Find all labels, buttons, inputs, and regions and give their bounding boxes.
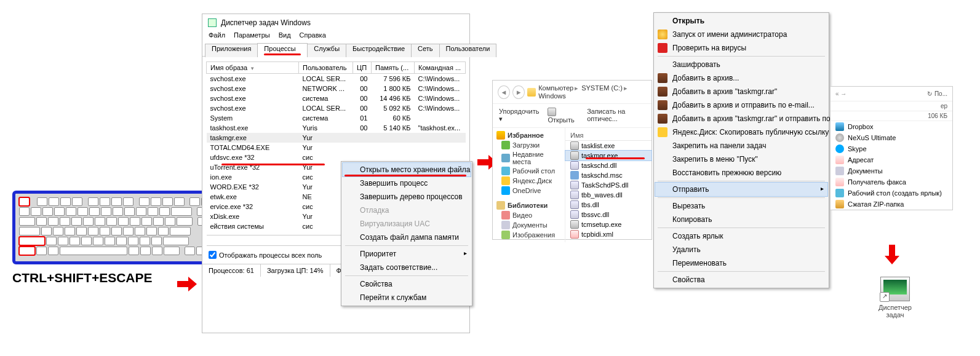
file-item[interactable]: TaskSchdPS.dll (565, 180, 651, 190)
explorer-toolbar[interactable]: Упорядочить ▾ Открыть Записать на оптиче… (493, 104, 651, 128)
file-item[interactable]: taskschd.dll (565, 160, 651, 170)
tab-processes[interactable]: Процессы (257, 43, 308, 57)
col-cpu[interactable]: ЦП (353, 62, 372, 74)
tab-network[interactable]: Сеть (411, 44, 439, 57)
nav-back-icon[interactable]: ◄ (498, 85, 510, 99)
ctx-item[interactable]: Добавить в архив и отправить по e-mail..… (655, 98, 827, 112)
toolbar-open[interactable]: Открыть (548, 108, 578, 124)
ctx-item[interactable]: Проверить на вирусы (655, 41, 827, 55)
file-item[interactable]: taskschd.msc (565, 170, 651, 180)
sidebar-item[interactable]: Недавние места (495, 150, 562, 166)
ctx-item[interactable]: Зашифровать (655, 58, 827, 71)
ctx-item[interactable]: Запуск от имени администратора (655, 28, 827, 41)
file-item[interactable]: tasklist.exe (565, 141, 651, 151)
process-row[interactable]: svchost.exeLOCAL SER...005 092 КБC:\Wind… (207, 103, 466, 113)
menu-view[interactable]: Вид (279, 31, 291, 39)
sidebar-item[interactable]: OneDrive (495, 186, 562, 196)
sidebar-item[interactable]: Рабочий стол (495, 166, 562, 176)
nav-fwd-icon[interactable]: ► (512, 85, 525, 99)
process-row[interactable]: taskhost.exeYuris005 140 КБ"taskhost.ex.… (207, 123, 466, 133)
taskmgr-menubar[interactable]: Файл Параметры Вид Справка (202, 29, 469, 42)
sendto-item[interactable]: Адресат (831, 154, 952, 165)
column-name[interactable]: Имя (565, 130, 651, 141)
target-icon (835, 200, 844, 208)
ctx-item[interactable]: Закрепить на панели задач (655, 139, 827, 152)
taskmgr-tabs[interactable]: Приложения Процессы Службы Быстродействи… (202, 42, 469, 57)
menu-options[interactable]: Параметры (234, 31, 270, 39)
show-all-users-input[interactable] (209, 251, 217, 259)
sendto-item[interactable]: Рабочий стол (создать ярлык) (831, 188, 952, 199)
ctx-item[interactable]: Отправить (655, 183, 827, 196)
tab-services[interactable]: Службы (307, 44, 346, 57)
explorer-filelist[interactable]: Имя tasklist.exetaskmgr.exetaskschd.dllt… (565, 128, 651, 242)
ctx-item[interactable]: Закрепить в меню "Пуск" (655, 152, 827, 166)
ctx-item[interactable]: Добавить в архив "taskmgr.rar" (655, 85, 827, 98)
process-row[interactable]: taskmgr.exeYur (207, 133, 466, 143)
file-item[interactable]: tcmsetup.exe (565, 220, 651, 229)
ctx-item[interactable]: Завершить дерево процессов (343, 190, 471, 204)
ctx-item[interactable]: Удалить (655, 243, 827, 256)
folder-icon (501, 231, 510, 239)
ctx-item[interactable]: Перейти к службам (343, 291, 471, 304)
toolbar-burn[interactable]: Записать на оптичес... (587, 108, 645, 124)
tab-performance[interactable]: Быстродействие (346, 44, 412, 57)
explorer-sidebar[interactable]: Избранное ЗагрузкиНедавние местаРабочий … (493, 128, 565, 242)
sidebar-item[interactable]: Изображения (495, 230, 562, 240)
process-row[interactable]: Systemсистема0160 КБ (207, 113, 466, 123)
sendto-item[interactable]: Dropbox (831, 121, 952, 132)
taskmgr-context-menu[interactable]: Открыть место хранения файлаЗавершить пр… (341, 161, 472, 306)
nav-arrows-icon[interactable]: « → (835, 90, 847, 97)
tab-apps[interactable]: Приложения (205, 44, 258, 57)
ctx-item[interactable]: Добавить в архив... (655, 71, 827, 85)
ctx-item[interactable]: Задать соответствие... (343, 261, 471, 274)
ctx-item[interactable]: Яндекс.Диск: Скопировать публичную ссылк… (655, 125, 827, 139)
sidebar-item[interactable]: Загрузки (495, 140, 562, 150)
ctx-item[interactable]: Добавить в архив "taskmgr.rar" и отправи… (655, 112, 827, 125)
ctx-item[interactable]: Вырезать (655, 199, 827, 213)
refresh-icon[interactable]: ↻ (927, 90, 932, 97)
target-icon (835, 122, 844, 131)
ctx-item[interactable]: Свойства (343, 277, 471, 291)
desktop-shortcut[interactable]: Диспетчер задач (867, 277, 923, 318)
process-row[interactable]: svchost.exeLOCAL SER...007 596 КБC:\Wind… (207, 74, 466, 84)
file-item[interactable]: tcpbidi.xml (565, 229, 651, 239)
col-cmdline[interactable]: Командная ... (415, 62, 466, 74)
ctx-item[interactable]: Открыть (655, 14, 827, 28)
menu-file[interactable]: Файл (209, 31, 225, 39)
col-memory[interactable]: Память (... (372, 62, 415, 74)
sendto-panel[interactable]: « → ↻ По... ер 106 КБ DropboxNeXuS Ultim… (830, 86, 953, 210)
sendto-item[interactable]: Документы (831, 165, 952, 176)
explorer-navbar[interactable]: ◄ ► Компьютер▸ SYSTEM (C:)▸ Windows (493, 81, 651, 104)
ctx-item[interactable]: Восстановить прежнюю версию (655, 166, 827, 180)
tab-users[interactable]: Пользователи (439, 44, 497, 57)
process-row[interactable]: svchost.exeсистема0014 496 КБC:\Windows.… (207, 93, 466, 103)
sidebar-item[interactable]: Видео (495, 210, 562, 220)
ctx-item[interactable]: Завершить процесс (343, 176, 471, 190)
folder-icon (527, 88, 536, 97)
ctx-item[interactable]: Копировать (655, 213, 827, 226)
ctx-item[interactable]: Создать файл дампа памяти (343, 231, 471, 244)
sendto-item[interactable]: Skype (831, 143, 952, 154)
col-image[interactable]: Имя образа (207, 62, 299, 74)
file-item[interactable]: tbs.dll (565, 200, 651, 210)
sidebar-item[interactable]: Яндекс.Диск (495, 176, 562, 186)
process-row[interactable]: TOTALCMD64.EXEYur (207, 143, 466, 152)
breadcrumb[interactable]: Компьютер▸ SYSTEM (C:)▸ Windows (538, 84, 647, 100)
toolbar-organize[interactable]: Упорядочить ▾ (499, 108, 539, 124)
ctx-item[interactable]: Свойства (655, 273, 827, 287)
sendto-item[interactable]: Получатель факса (831, 176, 952, 188)
ctx-item[interactable]: Переименовать (655, 256, 827, 270)
file-item[interactable]: tbb_waves.dll (565, 190, 651, 200)
file-icon (570, 220, 579, 229)
sendto-item[interactable]: NeXuS Ultimate (831, 132, 952, 143)
file-item[interactable]: tbssvc.dll (565, 210, 651, 220)
process-row[interactable]: svchost.exeNETWORK ...001 800 КБC:\Windo… (207, 84, 466, 93)
ctx-item[interactable]: Создать ярлык (655, 229, 827, 243)
search-placeholder[interactable]: По... (934, 90, 947, 97)
col-user[interactable]: Пользователь (299, 62, 353, 74)
ctx-item[interactable]: Приоритет (343, 247, 471, 261)
explorer-context-menu[interactable]: ОткрытьЗапуск от имени администратораПро… (653, 12, 829, 288)
menu-help[interactable]: Справка (300, 31, 326, 39)
sidebar-item[interactable]: Документы (495, 220, 562, 230)
sendto-item[interactable]: Сжатая ZIP-папка (831, 199, 952, 210)
